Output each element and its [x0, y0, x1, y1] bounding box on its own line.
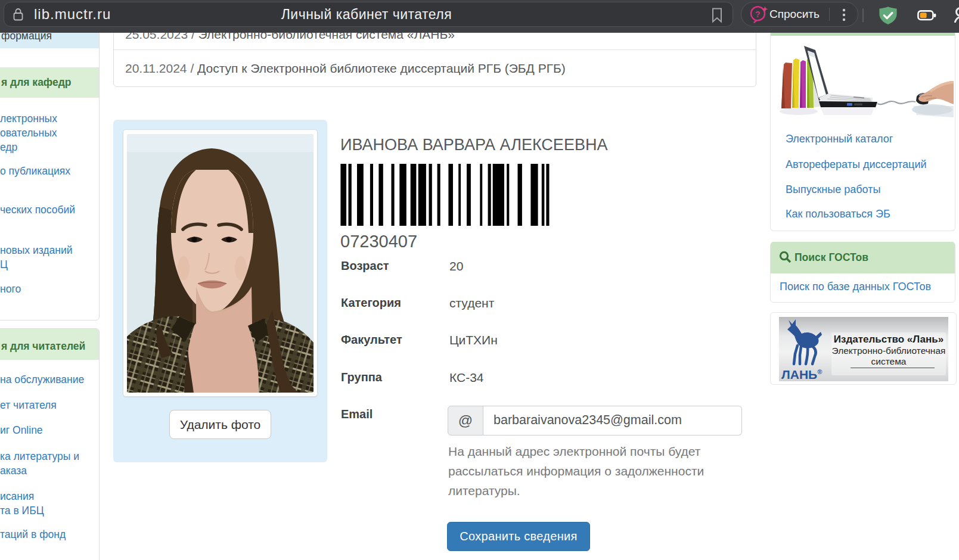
svg-text:ЛАНЬ®: ЛАНЬ® [781, 368, 822, 380]
svg-text:?: ? [755, 10, 761, 19]
